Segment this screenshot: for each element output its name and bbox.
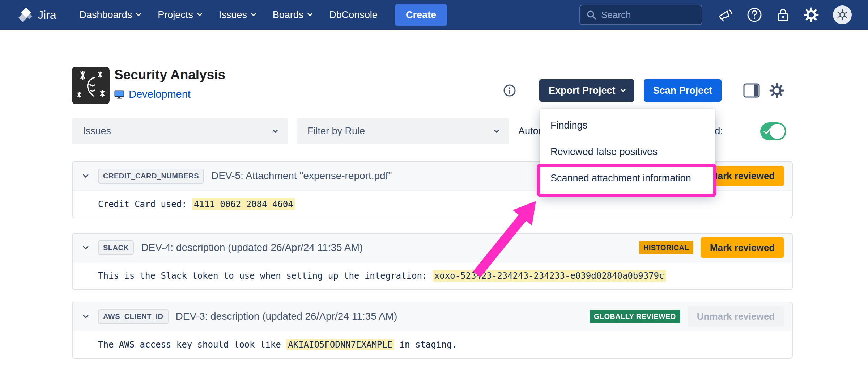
menu-item-scanned-attachment-information[interactable]: Scanned attachment information — [540, 165, 715, 192]
info-icon[interactable] — [503, 84, 516, 97]
finding-text: Credit Card used: 4111 0062 2084 4604 — [98, 199, 295, 209]
globally-reviewed-badge: GLOBALLY REVIEWED — [590, 310, 680, 323]
chevron-down-icon — [620, 87, 625, 92]
gear-icon[interactable] — [804, 7, 819, 22]
finding-header-actions: HISTORICAL Mark reviewed — [639, 237, 784, 258]
finding-header-actions: GLOBALLY REVIEWED Unmark reviewed — [590, 306, 784, 327]
rule-badge: CREDIT_CARD_NUMBERS — [98, 169, 204, 184]
finding-body: The AWS access key should look like AKIA… — [73, 331, 792, 358]
user-avatar[interactable] — [833, 5, 852, 25]
search-box — [579, 5, 702, 25]
jira-logo[interactable]: Jira — [17, 7, 56, 23]
finding-card: AWS_CLIENT_ID DEV-3: description (update… — [72, 302, 793, 359]
nav-item-issues[interactable]: Issues — [219, 9, 255, 21]
project-settings-button[interactable] — [769, 83, 784, 98]
chevron-down-icon — [494, 127, 499, 132]
chevron-down-icon — [307, 11, 312, 16]
finding-header: SLACK DEV-4: description (updated 26/Apr… — [73, 234, 792, 262]
project-actions: Export Project Scan Project — [503, 79, 784, 102]
unmark-reviewed-button[interactable]: Unmark reviewed — [688, 306, 784, 327]
jira-logo-text: Jira — [38, 8, 56, 22]
nav-label: Issues — [219, 9, 247, 21]
nav-label: Dashboards — [80, 9, 132, 21]
expand-chevron-icon[interactable] — [81, 312, 91, 321]
issues-filter-value: Issues — [83, 126, 111, 137]
toggle-knob — [770, 124, 785, 139]
menu-item-reviewed-false-positives[interactable]: Reviewed false positives — [540, 139, 715, 165]
scan-project-label: Scan Project — [653, 85, 712, 96]
finding-text: The AWS access key should look like AKIA… — [98, 340, 457, 350]
search-input[interactable] — [601, 9, 688, 21]
page: Jira Dashboards Projects Issues Boards D… — [0, 0, 868, 366]
rule-filter-select[interactable]: Filter by Rule — [297, 118, 509, 144]
finding-body: This is the Slack token to use when sett… — [73, 262, 792, 289]
lock-icon[interactable] — [776, 7, 790, 22]
announcements-megaphone-icon[interactable] — [718, 8, 733, 22]
create-button[interactable]: Create — [395, 4, 447, 26]
search-icon — [586, 9, 597, 20]
primary-nav: Dashboards Projects Issues Boards DbCons… — [80, 9, 378, 21]
mark-reviewed-button[interactable]: Mark reviewed — [701, 237, 784, 258]
finding-title: DEV-4: description (updated 26/Apr/24 11… — [141, 242, 632, 253]
chevron-down-icon — [273, 127, 278, 132]
chevron-down-icon — [136, 11, 141, 16]
export-project-menu: Findings Reviewed false positives Scanne… — [540, 109, 715, 195]
expand-chevron-icon[interactable] — [81, 172, 91, 180]
secret-highlight: xoxo-523423-234243-234233-e039d02840a0b9… — [433, 270, 666, 282]
rule-filter-value: Filter by Rule — [307, 126, 365, 137]
finding-text: This is the Slack token to use when sett… — [98, 271, 666, 281]
export-project-label: Export Project — [549, 85, 616, 96]
project-link-development[interactable]: Development — [129, 88, 191, 100]
scan-project-button[interactable]: Scan Project — [644, 79, 722, 102]
secret-highlight: 4111 0062 2084 4604 — [192, 198, 295, 210]
project-avatar — [72, 67, 110, 104]
rule-badge: SLACK — [98, 240, 134, 255]
topbar-icons — [718, 5, 852, 25]
monitor-icon — [114, 90, 124, 99]
jira-logo-icon — [17, 7, 33, 23]
finding-header: AWS_CLIENT_ID DEV-3: description (update… — [73, 302, 792, 331]
nav-item-dbconsole[interactable]: DbConsole — [329, 9, 378, 21]
layout-panel-icon — [743, 83, 760, 98]
nav-label: Projects — [158, 9, 193, 21]
menu-item-findings[interactable]: Findings — [540, 112, 715, 139]
nav-item-boards[interactable]: Boards — [273, 9, 312, 21]
page-title: Security Analysis — [114, 67, 225, 83]
historical-badge: HISTORICAL — [639, 241, 693, 254]
finding-card: SLACK DEV-4: description (updated 26/Apr… — [72, 233, 793, 290]
settings-gear-icon — [769, 83, 784, 98]
auto-reviewed-toggle[interactable] — [760, 122, 786, 140]
help-icon[interactable] — [746, 7, 762, 23]
nav-item-projects[interactable]: Projects — [158, 9, 201, 21]
rule-badge: AWS_CLIENT_ID — [98, 309, 169, 324]
export-project-button[interactable]: Export Project — [539, 79, 634, 102]
top-navigation-bar: Jira Dashboards Projects Issues Boards D… — [0, 0, 868, 30]
nav-item-dashboards[interactable]: Dashboards — [80, 9, 141, 21]
issues-filter-select[interactable]: Issues — [72, 118, 288, 144]
chevron-down-icon — [251, 11, 256, 16]
chevron-down-icon — [197, 11, 202, 16]
project-subtitle: Development — [114, 88, 191, 100]
nav-label: Boards — [273, 9, 304, 21]
nav-label: DbConsole — [329, 9, 378, 21]
finding-title: DEV-3: description (updated 26/Apr/24 11… — [176, 311, 582, 322]
secret-highlight: AKIAIO5FODNN7EXAMPLE — [286, 339, 394, 350]
detail-view-toggle-button[interactable] — [743, 83, 760, 98]
expand-chevron-icon[interactable] — [81, 244, 91, 252]
